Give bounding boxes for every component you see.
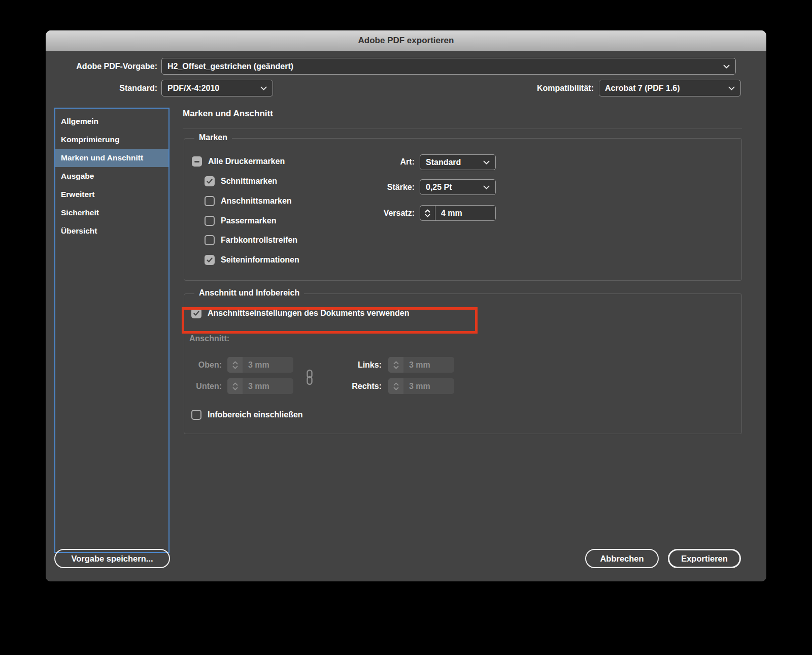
sidebar-item-erweitert[interactable]: Erweitert [55,185,168,204]
export-pdf-dialog: Adobe PDF exportieren Adobe PDF-Vorgabe:… [46,30,766,581]
checkbox-unchecked-icon [205,196,215,206]
registration-marks-checkbox[interactable]: Passermarken [205,216,276,226]
page-information-checkbox[interactable]: Seiteninformationen [205,255,299,265]
pdf-preset-select[interactable]: H2_Offset_gestrichen (geändert) [161,58,736,75]
compatibility-label: Kompatibilität: [492,80,594,96]
checkbox-unchecked-icon [205,216,215,226]
chevron-down-icon [723,64,730,69]
marks-offset-value[interactable]: 4 mm [435,206,468,220]
dialog-title: Adobe PDF exportieren [358,36,454,46]
bleed-group-legend: Anschnitt und Infobereich [194,288,304,298]
marks-group-legend: Marken [194,133,232,142]
marks-type-select[interactable]: Standard [420,154,496,170]
all-printer-marks-label: Alle Druckermarken [208,157,285,166]
sections-list: Allgemein Komprimierung Marken und Ansch… [54,108,170,553]
sidebar-item-komprimierung[interactable]: Komprimierung [55,130,168,149]
stepper-arrows-icon [227,357,243,373]
highlight-annotation [182,307,478,334]
checkbox-unchecked-icon [205,235,215,245]
sidebar-item-allgemein[interactable]: Allgemein [55,112,168,130]
standard-value: PDF/X-4:2010 [167,84,219,93]
bleed-top-stepper: 3 mm [227,357,293,373]
crop-marks-label: Schnittmarken [221,177,277,186]
bleed-marks-label: Anschnittsmarken [221,196,292,206]
include-slug-label: Infobereich einschließen [208,410,303,419]
marks-weight-value: 0,25 Pt [426,183,452,192]
bleed-left-stepper: 3 mm [388,357,454,373]
marks-type-value: Standard [426,158,461,167]
crop-marks-checkbox[interactable]: Schnittmarken [205,176,277,186]
link-chain-icon[interactable] [302,368,317,387]
color-bars-checkbox[interactable]: Farbkontrollstreifen [205,235,297,245]
pdf-preset-label: Adobe PDF-Vorgabe: [56,58,157,75]
compatibility-select[interactable]: Acrobat 7 (PDF 1.6) [599,80,741,96]
bleed-section-label: Anschnitt: [189,334,291,343]
bleed-bottom-stepper: 3 mm [227,378,293,394]
dialog-titlebar[interactable]: Adobe PDF exportieren [46,30,766,51]
bleed-right-label: Rechts: [330,378,382,394]
chevron-down-icon [728,86,735,90]
heading-separator [183,128,742,129]
sidebar-item-sicherheit[interactable]: Sicherheit [55,204,168,222]
stepper-arrows-icon [388,357,403,373]
bleed-right-value: 3 mm [403,378,436,394]
bleed-bottom-label: Unten: [171,378,222,394]
checkbox-unchecked-icon [191,410,201,420]
chevron-down-icon [483,160,490,165]
bleed-right-stepper: 3 mm [388,378,454,394]
stepper-arrows-icon[interactable] [420,206,435,220]
marks-type-label: Art: [313,154,415,170]
stepper-arrows-icon [227,378,243,394]
marks-group: Marken Alle Druckermarken Schnittmarken … [184,138,742,281]
color-bars-label: Farbkontrollstreifen [221,236,297,245]
sidebar-item-uebersicht[interactable]: Übersicht [55,222,168,240]
bleed-bottom-value: 3 mm [243,378,275,394]
all-printer-marks-checkbox[interactable]: Alle Druckermarken [192,156,285,167]
marks-offset-label: Versatz: [313,205,415,221]
compatibility-value: Acrobat 7 (PDF 1.6) [605,84,680,93]
checkbox-checked-icon [205,255,215,265]
marks-weight-select[interactable]: 0,25 Pt [420,179,496,195]
checkbox-checked-icon [205,176,215,186]
export-button[interactable]: Exportieren [668,549,741,568]
chevron-down-icon [260,86,267,90]
save-preset-button[interactable]: Vorgabe speichern... [54,549,170,568]
cancel-button[interactable]: Abbrechen [585,549,659,568]
bleed-left-label: Links: [330,357,382,373]
sidebar-item-ausgabe[interactable]: Ausgabe [55,167,168,185]
sidebar-item-marken-und-anschnitt[interactable]: Marken und Anschnitt [55,149,168,167]
registration-marks-label: Passermarken [221,216,276,225]
marks-weight-label: Stärke: [313,179,415,195]
bleed-top-value: 3 mm [243,357,275,373]
marks-offset-stepper[interactable]: 4 mm [420,205,496,221]
include-slug-checkbox[interactable]: Infobereich einschließen [191,410,303,420]
bleed-marks-checkbox[interactable]: Anschnittsmarken [205,196,292,206]
page-title: Marken und Anschnitt [183,109,273,119]
chevron-down-icon [483,185,490,189]
pdf-preset-value: H2_Offset_gestrichen (geändert) [167,62,293,71]
standard-label: Standard: [56,80,157,96]
standard-select[interactable]: PDF/X-4:2010 [161,80,273,96]
bleed-top-label: Oben: [171,357,222,373]
checkbox-indeterminate-icon [192,156,202,167]
page-information-label: Seiteninformationen [221,255,299,265]
bleed-left-value: 3 mm [403,357,436,373]
stepper-arrows-icon [388,378,403,394]
